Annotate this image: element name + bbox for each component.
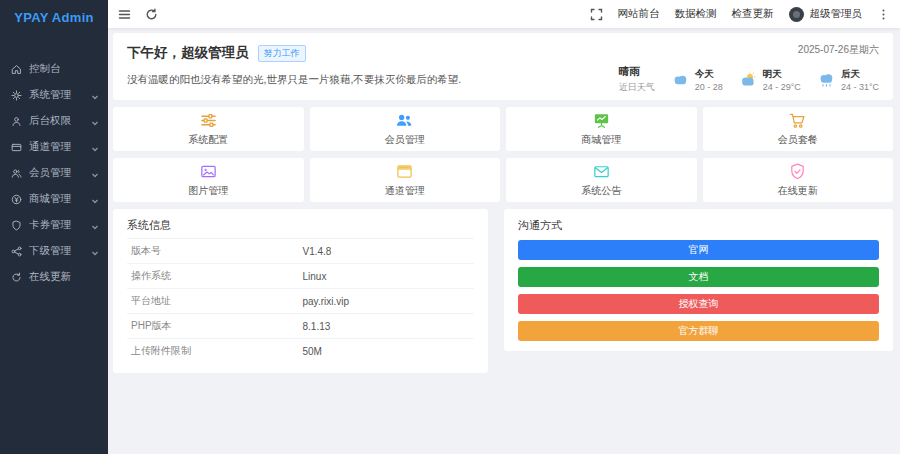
contact-panel: 沟通方式 官网 文档 授权查询 官方群聊 <box>504 209 893 351</box>
users-icon <box>395 111 414 130</box>
weather-day-temp: 24 - 29°C <box>763 82 801 92</box>
chevron-down-icon <box>91 143 99 151</box>
sidebar-item-console[interactable]: 控制台 <box>0 56 108 82</box>
sidebar-item-permissions[interactable]: 后台权限 <box>0 108 108 134</box>
image-icon <box>199 162 218 181</box>
info-row-site-url: 平台地址 pay.rixi.vip <box>127 288 474 313</box>
link-data-check[interactable]: 数据检测 <box>675 7 717 21</box>
tile-label: 图片管理 <box>188 184 228 198</box>
shield-check-icon <box>788 162 807 181</box>
weather-today: 今天 20 - 28 <box>670 68 723 92</box>
panel-title: 沟通方式 <box>518 218 879 233</box>
sidebar-item-label: 商城管理 <box>29 192 84 206</box>
sidebar-item-channels[interactable]: 通道管理 <box>0 134 108 160</box>
work-status-badge: 努力工作 <box>258 45 306 62</box>
user-icon <box>11 116 22 127</box>
tile-member-management[interactable]: 会员管理 <box>310 107 501 151</box>
info-value: Linux <box>303 271 327 282</box>
fullscreen-icon[interactable] <box>590 8 603 21</box>
user-name: 超级管理员 <box>810 7 863 21</box>
sidebar-item-subordinates[interactable]: 下级管理 <box>0 238 108 264</box>
chevron-down-icon <box>91 117 99 125</box>
sidebar-item-label: 下级管理 <box>29 244 84 258</box>
quick-tiles-row-2: 图片管理 通道管理 系统公告 在线更新 <box>113 158 893 202</box>
rain-cloud-icon <box>816 72 836 88</box>
sidebar-menu: 控制台 系统管理 后台权限 通道管理 会员管理 商城管理 <box>0 56 108 290</box>
quick-tiles-row-1: 系统配置 会员管理 商城管理 会员套餐 <box>113 107 893 151</box>
mail-icon <box>592 162 611 181</box>
contact-button-docs[interactable]: 文档 <box>518 267 879 287</box>
gear-icon <box>11 90 22 101</box>
menu-collapse-icon[interactable] <box>118 8 131 21</box>
avatar <box>789 7 804 22</box>
weather-location-sub: 近日天气 <box>619 81 655 94</box>
tile-mall-management[interactable]: 商城管理 <box>506 107 697 151</box>
user-menu[interactable]: 超级管理员 <box>789 7 863 22</box>
sliders-icon <box>199 111 218 130</box>
tile-system-announcement[interactable]: 系统公告 <box>506 158 697 202</box>
chevron-down-icon <box>91 169 99 177</box>
presentation-board-icon <box>592 111 611 130</box>
info-row-os: 操作系统 Linux <box>127 263 474 288</box>
tile-image-management[interactable]: 图片管理 <box>113 158 304 202</box>
info-row-upload-limit: 上传附件限制 50M <box>127 338 474 363</box>
info-label: 操作系统 <box>131 269 303 283</box>
contact-button-official-site[interactable]: 官网 <box>518 240 879 260</box>
weather-tomorrow: 明天 24 - 29°C <box>738 68 801 92</box>
sidebar-item-label: 卡券管理 <box>29 218 84 232</box>
refresh-icon[interactable] <box>145 8 158 21</box>
info-value: 50M <box>303 346 322 357</box>
home-icon <box>11 64 22 75</box>
current-date: 2025-07-26星期六 <box>798 43 879 57</box>
sidebar-item-label: 控制台 <box>29 62 99 76</box>
sidebar-item-system[interactable]: 系统管理 <box>0 82 108 108</box>
sidebar-item-label: 在线更新 <box>29 270 99 284</box>
info-label: 上传附件限制 <box>131 344 303 358</box>
welcome-card: 下午好，超级管理员 努力工作 没有温暖的阳也没有希望的光,世界只是一片狼藉,不要… <box>113 33 893 100</box>
sidebar-item-label: 会员管理 <box>29 166 84 180</box>
info-value: 8.1.13 <box>303 321 331 332</box>
contact-button-official-group[interactable]: 官方群聊 <box>518 321 879 341</box>
chevron-down-icon <box>91 247 99 255</box>
chevron-down-icon <box>91 91 99 99</box>
weather-day-temp: 20 - 28 <box>695 82 723 92</box>
users-icon <box>11 168 22 179</box>
weather-day-label: 今天 <box>695 68 723 81</box>
system-info-panel: 系统信息 版本号 V1.4.8 操作系统 Linux 平台地址 pay.rixi… <box>113 209 488 373</box>
tile-label: 会员管理 <box>385 133 425 147</box>
tile-label: 会员套餐 <box>778 133 818 147</box>
card-icon <box>11 142 22 153</box>
tile-member-packages[interactable]: 会员套餐 <box>703 107 894 151</box>
contact-button-license-query[interactable]: 授权查询 <box>518 294 879 314</box>
sun-cloud-icon <box>738 72 758 88</box>
greeting-text: 下午好，超级管理员 <box>127 44 249 62</box>
more-vertical-icon[interactable] <box>877 8 890 21</box>
browser-window-icon <box>395 162 414 181</box>
tile-system-config[interactable]: 系统配置 <box>113 107 304 151</box>
main-content: 下午好，超级管理员 努力工作 没有温暖的阳也没有希望的光,世界只是一片狼藉,不要… <box>108 28 900 454</box>
weather-widget: 晴雨 近日天气 今天 20 - 28 明天 24 - 29°C <box>619 65 879 94</box>
tile-online-update[interactable]: 在线更新 <box>703 158 894 202</box>
link-check-update[interactable]: 检查更新 <box>732 7 774 21</box>
weather-after-tomorrow: 后天 24 - 31°C <box>816 68 879 92</box>
tile-channel-management[interactable]: 通道管理 <box>310 158 501 202</box>
info-label: 平台地址 <box>131 294 303 308</box>
panel-title: 系统信息 <box>127 218 474 233</box>
sidebar-item-coupons[interactable]: 卡券管理 <box>0 212 108 238</box>
shield-icon <box>11 220 22 231</box>
info-row-version: 版本号 V1.4.8 <box>127 238 474 263</box>
cloud-icon <box>670 72 690 88</box>
yuan-circle-icon <box>11 194 22 205</box>
sidebar-item-mall[interactable]: 商城管理 <box>0 186 108 212</box>
info-row-php-version: PHP版本 8.1.13 <box>127 313 474 338</box>
sidebar-item-members[interactable]: 会员管理 <box>0 160 108 186</box>
weather-day-label: 明天 <box>763 68 801 81</box>
cart-icon <box>788 111 807 130</box>
link-site-front[interactable]: 网站前台 <box>618 7 660 21</box>
info-label: PHP版本 <box>131 319 303 333</box>
weather-day-label: 后天 <box>841 68 879 81</box>
refresh-icon <box>11 272 22 283</box>
info-value: pay.rixi.vip <box>303 296 350 307</box>
sidebar-item-update[interactable]: 在线更新 <box>0 264 108 290</box>
tile-label: 通道管理 <box>385 184 425 198</box>
